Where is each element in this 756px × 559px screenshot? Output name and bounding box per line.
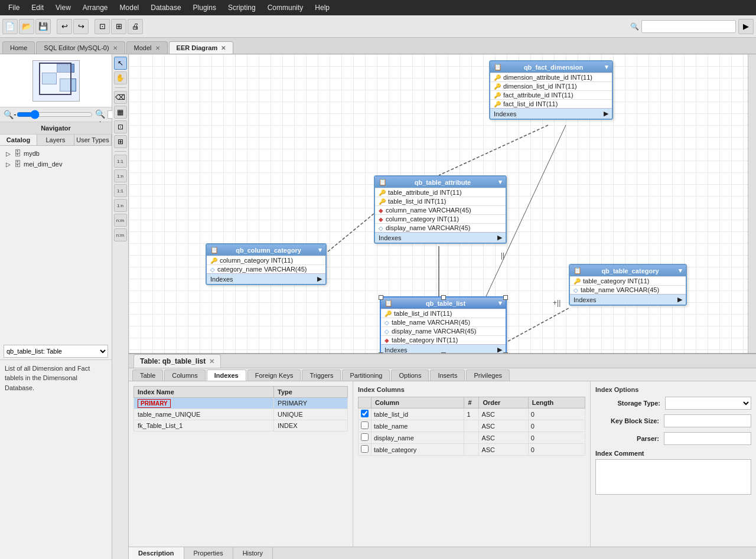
sidebar-tab-user-types[interactable]: User Types bbox=[74, 135, 112, 145]
rel-1-n-nn-tool[interactable]: 1:n bbox=[114, 199, 127, 212]
diagram-area: || +|| +|| 📋 qb_fact_dimension ▾ 🔑 dimen… bbox=[129, 54, 756, 559]
tab-home[interactable]: Home bbox=[2, 41, 35, 54]
db-icon-mei: 🗄 bbox=[14, 160, 21, 168]
te-tab-foreign-keys[interactable]: Foreign Keys bbox=[247, 370, 301, 381]
rel-nm2-tool[interactable]: n:m bbox=[114, 228, 127, 241]
undo-button[interactable]: ↩ bbox=[57, 19, 72, 34]
new-button[interactable]: 📄 bbox=[2, 19, 18, 34]
sidebar-tab-layers[interactable]: Layers bbox=[37, 135, 74, 145]
table-tool[interactable]: ▦ bbox=[114, 106, 127, 119]
view-tool[interactable]: ⊡ bbox=[114, 120, 127, 133]
sidebar-tab-catalog[interactable]: Catalog bbox=[0, 135, 37, 145]
tab-eer-diagram[interactable]: EER Diagram ✕ bbox=[169, 41, 234, 54]
eer-table-qb-table-category[interactable]: 📋 qb_table_category ▾ 🔑 table_category I… bbox=[569, 264, 687, 306]
indexes-footer-col-cat[interactable]: Indexes ▶ bbox=[207, 273, 325, 284]
indexes-footer-table-attr[interactable]: Indexes ▶ bbox=[375, 232, 506, 243]
col-check-2[interactable] bbox=[361, 433, 369, 441]
col-name-3: table_category bbox=[372, 444, 464, 456]
rel-nm-tool[interactable]: n:m bbox=[114, 214, 127, 227]
index-row-unique[interactable]: table_name_UNIQUE UNIQUE bbox=[134, 409, 348, 420]
index-col-row-2: display_name ASC 0 bbox=[359, 432, 585, 444]
redo-button[interactable]: ↪ bbox=[73, 19, 89, 34]
te-tab-inserts[interactable]: Inserts bbox=[430, 370, 465, 381]
eer-table-qb-table-list[interactable]: 📋 qb_table_list ▾ 🔑 table_list_id INT(11… bbox=[380, 296, 507, 356]
index-row-fk[interactable]: fk_Table_List_1 INDEX bbox=[134, 420, 348, 431]
te-tab-columns[interactable]: Columns bbox=[164, 370, 205, 381]
tab-sql-editor[interactable]: SQL Editor (MySQL-0) ✕ bbox=[36, 41, 125, 54]
table-menu-icon[interactable]: ▾ bbox=[498, 178, 502, 186]
object-selector[interactable]: qb_table_list: Table bbox=[4, 345, 108, 358]
close-sql-editor-tab[interactable]: ✕ bbox=[113, 45, 118, 51]
col-check-0[interactable] bbox=[361, 410, 369, 417]
eer-table-qb-table-attribute[interactable]: 📋 qb_table_attribute ▾ 🔑 table_attribute… bbox=[374, 175, 507, 244]
menu-scripting[interactable]: Scripting bbox=[222, 2, 262, 13]
eer-table-qb-column-category[interactable]: 📋 qb_column_category ▾ 🔑 column_category… bbox=[206, 243, 327, 285]
select-tool[interactable]: ↖ bbox=[114, 57, 127, 70]
resize-handle-tm[interactable] bbox=[441, 295, 446, 300]
te-tab-privileges[interactable]: Privileges bbox=[466, 370, 510, 381]
menu-community[interactable]: Community bbox=[262, 2, 309, 13]
zoom-out-button[interactable]: 🔍- bbox=[4, 109, 14, 120]
sub-tab-description[interactable]: Description bbox=[129, 547, 184, 559]
bottom-panel-header: Table: qb_table_list ✕ bbox=[129, 354, 756, 368]
sub-tab-properties[interactable]: Properties bbox=[184, 547, 233, 559]
tab-model[interactable]: Model ✕ bbox=[126, 41, 168, 54]
indexes-footer-fact-dim[interactable]: Indexes ▶ bbox=[490, 108, 612, 119]
table-menu-icon[interactable]: ▾ bbox=[679, 267, 682, 274]
menu-file[interactable]: File bbox=[2, 2, 25, 13]
eer-table-qb-fact-dimension[interactable]: 📋 qb_fact_dimension ▾ 🔑 dimension_attrib… bbox=[489, 60, 613, 120]
comment-textarea[interactable] bbox=[595, 459, 751, 495]
close-bottom-panel-button[interactable]: ✕ bbox=[209, 358, 214, 365]
parser-input[interactable] bbox=[664, 432, 751, 445]
index-columns-panel: Index Columns Column # Order Length bbox=[353, 381, 591, 547]
expand-mei-icon[interactable]: ▷ bbox=[5, 161, 12, 168]
tree-item-mydb[interactable]: ▷ 🗄 mydb bbox=[2, 148, 109, 159]
table-menu-icon[interactable]: ▾ bbox=[318, 246, 322, 254]
menu-help[interactable]: Help bbox=[309, 2, 335, 13]
hand-tool[interactable]: ✋ bbox=[114, 71, 127, 84]
close-eer-diagram-tab[interactable]: ✕ bbox=[221, 45, 226, 51]
col-check-3[interactable] bbox=[361, 445, 369, 453]
close-model-tab[interactable]: ✕ bbox=[155, 45, 160, 51]
eraser-tool[interactable]: ⌫ bbox=[114, 91, 127, 104]
te-tab-triggers[interactable]: Triggers bbox=[302, 370, 341, 381]
rel-1-1-tool[interactable]: 1:1 bbox=[114, 155, 127, 168]
settings-button[interactable]: ⊞ bbox=[111, 19, 126, 34]
screenshot-button[interactable]: ⊡ bbox=[94, 19, 110, 34]
menu-arrange[interactable]: Arrange bbox=[77, 2, 114, 13]
search-go-button[interactable]: ▶ bbox=[738, 19, 754, 34]
col-check-1[interactable] bbox=[361, 421, 369, 429]
te-tab-table[interactable]: Table bbox=[132, 370, 163, 381]
save-button[interactable]: 💾 bbox=[35, 19, 51, 34]
search-input[interactable] bbox=[641, 20, 736, 33]
te-tab-partitioning[interactable]: Partitioning bbox=[342, 370, 390, 381]
sub-tab-history[interactable]: History bbox=[233, 547, 273, 559]
rel-1-n-tool[interactable]: 1:n bbox=[114, 169, 127, 182]
menu-model[interactable]: Model bbox=[114, 2, 145, 13]
rel-1-1-nn-tool[interactable]: 1:1 bbox=[114, 184, 127, 197]
bottom-panel-tab[interactable]: Table: qb_table_list ✕ bbox=[133, 354, 221, 368]
expand-mydb-icon[interactable]: ▷ bbox=[5, 151, 12, 157]
col-category-name: ◇ category_name VARCHAR(45) bbox=[207, 264, 325, 273]
indexes-footer-table-cat[interactable]: Indexes ▶ bbox=[570, 294, 686, 305]
menu-edit[interactable]: Edit bbox=[25, 2, 50, 13]
storage-type-select[interactable] bbox=[665, 397, 751, 410]
key-block-input[interactable]: 0 bbox=[664, 414, 751, 427]
zoom-in-button[interactable]: 🔍+ bbox=[95, 109, 105, 120]
te-tab-options[interactable]: Options bbox=[391, 370, 429, 381]
resize-handle-tr[interactable] bbox=[503, 295, 508, 300]
col-num-3 bbox=[464, 444, 479, 456]
menu-plugins[interactable]: Plugins bbox=[187, 2, 222, 13]
routine-tool[interactable]: ⊞ bbox=[114, 135, 127, 148]
zoom-slider[interactable] bbox=[17, 110, 93, 119]
open-button[interactable]: 📂 bbox=[19, 19, 34, 34]
table-menu-icon[interactable]: ▾ bbox=[498, 299, 502, 307]
menu-database[interactable]: Database bbox=[145, 2, 187, 13]
tree-item-mei-dim-dev[interactable]: ▷ 🗄 mei_dim_dev bbox=[2, 159, 109, 169]
te-tab-indexes[interactable]: Indexes bbox=[207, 370, 246, 381]
print-button[interactable]: 🖨 bbox=[128, 19, 143, 34]
index-row-primary[interactable]: PRIMARY PRIMARY bbox=[134, 398, 348, 409]
resize-handle-tl[interactable] bbox=[379, 295, 383, 300]
menu-view[interactable]: View bbox=[50, 2, 77, 13]
table-menu-icon[interactable]: ▾ bbox=[605, 63, 608, 71]
